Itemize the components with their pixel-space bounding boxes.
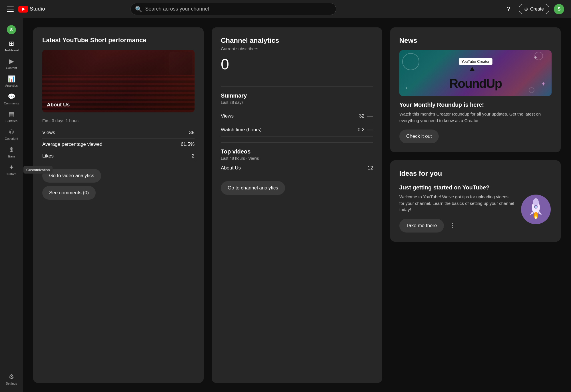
metric-value-group-watchtime: 0.2 —	[358, 126, 373, 133]
video-thumbnail[interactable]: About Us	[42, 50, 195, 112]
sidebar: S ⊞ Dashboard ▶ Content 📊 Analytics 💬 Co…	[0, 18, 23, 392]
top-videos-period: Last 48 hours · Views	[221, 156, 373, 161]
top-video-row: About Us 12	[221, 165, 373, 171]
thumbnail-label: About Us	[47, 102, 70, 108]
sidebar-item-copyright[interactable]: © Copyright	[2, 126, 21, 143]
subtitles-icon: ▤	[9, 111, 15, 118]
search-icon: 🔍	[135, 6, 142, 13]
youtube-icon	[18, 6, 28, 13]
sidebar-label-earn: Earn	[8, 155, 15, 158]
svg-point-7	[535, 206, 537, 208]
create-label: Create	[530, 7, 544, 12]
right-column: News ✦ ✦ YouTube Creator RoundUp ✦	[390, 27, 561, 383]
thumbnail-small	[169, 52, 192, 75]
stats-value-avg: 61.5%	[181, 142, 195, 147]
summary-period: Last 28 days	[221, 100, 373, 105]
stats-period-label: First 3 days 1 hour:	[42, 118, 195, 123]
metric-label-views: Views	[221, 113, 234, 119]
stats-label-avg: Average percentage viewed	[42, 142, 102, 147]
main-content: Latest YouTube Short performance About U…	[23, 18, 571, 392]
sidebar-bottom: ⚙ Settings	[2, 371, 21, 387]
metric-row-watchtime: Watch time (hours) 0.2 —	[221, 123, 373, 137]
earn-icon: $	[10, 146, 13, 153]
stats-label-likes: Likes	[42, 153, 54, 159]
video-card-buttons: Go to video analytics See comments (0)	[42, 169, 195, 200]
more-options-button[interactable]: ⋮	[447, 221, 458, 231]
sidebar-label-subtitles: Subtitles	[5, 119, 17, 123]
sidebar-item-comments[interactable]: 💬 Comments	[2, 91, 21, 107]
ideas-actions: Take me there ⋮	[399, 219, 514, 233]
ideas-section-title: Ideas for you	[399, 169, 552, 177]
sidebar-label-customization: Custom.	[6, 172, 17, 176]
stats-label-views: Views	[42, 130, 55, 136]
top-video-value: 12	[368, 165, 373, 171]
summary-title: Summary	[221, 92, 373, 99]
sidebar-avatar: S	[7, 25, 16, 34]
sidebar-label-comments: Comments	[4, 102, 19, 105]
copyright-icon: ©	[9, 128, 14, 136]
video-short-card: Latest YouTube Short performance About U…	[33, 27, 204, 383]
sidebar-item-dashboard[interactable]: ⊞ Dashboard	[2, 38, 21, 54]
news-image-main: RoundUp	[449, 76, 502, 91]
news-arrow	[470, 67, 474, 71]
ideas-card: Ideas for you Just getting started on Yo…	[390, 160, 561, 242]
metric-value-group-views: 32 —	[359, 113, 373, 119]
metric-row-views: Views 32 —	[221, 109, 373, 123]
stats-row-avg: Average percentage viewed 61.5%	[42, 139, 195, 150]
sidebar-label-analytics: Analytics	[5, 84, 18, 87]
topnav-left: Studio	[7, 6, 45, 13]
go-to-video-analytics-button[interactable]: Go to video analytics	[42, 169, 101, 183]
metric-value-watchtime: 0.2	[358, 127, 364, 133]
create-button[interactable]: ⊕ Create	[519, 4, 549, 14]
help-button[interactable]: ?	[503, 3, 514, 15]
stats-value-views: 38	[189, 130, 195, 136]
sidebar-item-customization[interactable]: ✦ Custom. Customization	[2, 161, 21, 178]
video-short-title: Latest YouTube Short performance	[42, 37, 195, 44]
ideas-content: Welcome to YouTube! We've got tips for u…	[399, 194, 552, 233]
dashboard-icon: ⊞	[9, 40, 14, 47]
news-card-title: Your Monthly Roundup is here!	[399, 102, 552, 108]
settings-icon: ⚙	[9, 373, 14, 381]
sidebar-label-content: Content	[6, 66, 17, 70]
channel-analytics-card: Channel analytics Current subscribers 0 …	[212, 27, 382, 383]
analytics-icon: 📊	[8, 75, 15, 83]
news-image[interactable]: ✦ ✦ YouTube Creator RoundUp ✦	[399, 50, 552, 96]
sidebar-label-copyright: Copyright	[5, 137, 18, 140]
logo[interactable]: Studio	[18, 6, 45, 13]
current-subscribers-label: Current subscribers	[221, 46, 373, 51]
menu-icon[interactable]	[7, 6, 14, 13]
news-section-title: News	[399, 37, 552, 45]
studio-text: Studio	[30, 6, 45, 12]
divider-2	[221, 142, 373, 143]
see-comments-button[interactable]: See comments (0)	[42, 186, 96, 200]
take-me-there-button[interactable]: Take me there	[399, 219, 444, 233]
sidebar-item-content[interactable]: ▶ Content	[2, 55, 21, 72]
sidebar-label-settings: Settings	[6, 382, 17, 385]
top-video-title: About Us	[221, 165, 241, 171]
search-input[interactable]	[131, 3, 336, 15]
metric-dash-watchtime: —	[367, 126, 373, 133]
stats-row-views: Views 38	[42, 127, 195, 139]
sidebar-item-analytics[interactable]: 📊 Analytics	[2, 73, 21, 90]
divider-1	[221, 86, 373, 87]
topnav-right: ? ⊕ Create S	[503, 3, 564, 15]
metric-value-views: 32	[359, 113, 364, 119]
sidebar-item-settings[interactable]: ⚙ Settings	[2, 371, 21, 387]
news-image-tag: YouTube Creator	[458, 58, 492, 65]
customization-icon: ✦	[9, 164, 14, 171]
svg-point-5	[533, 198, 539, 206]
content-icon: ▶	[9, 58, 14, 65]
sidebar-label-dashboard: Dashboard	[4, 49, 19, 52]
sidebar-item-earn[interactable]: $ Earn	[2, 144, 21, 160]
top-videos-title: Top videos	[221, 148, 373, 155]
ideas-text: Welcome to YouTube! We've got tips for u…	[399, 194, 514, 233]
subscribers-count: 0	[221, 56, 373, 73]
avatar[interactable]: S	[554, 4, 564, 14]
sidebar-item-avatar[interactable]: S	[2, 23, 21, 37]
go-to-channel-analytics-button[interactable]: Go to channel analytics	[221, 181, 285, 195]
search-bar: 🔍	[131, 3, 336, 15]
sidebar-item-subtitles[interactable]: ▤ Subtitles	[2, 108, 21, 125]
news-card: News ✦ ✦ YouTube Creator RoundUp ✦	[390, 27, 561, 152]
stats-row-likes: Likes 2	[42, 150, 195, 162]
check-it-out-button[interactable]: Check it out	[399, 130, 439, 143]
